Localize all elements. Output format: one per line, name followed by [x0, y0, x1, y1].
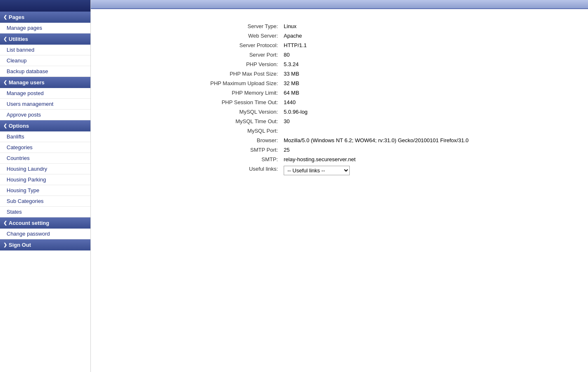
info-value — [280, 126, 472, 136]
sidebar-item-housing-laundry[interactable]: Housing Laundry — [0, 164, 90, 174]
table-row: MySQL Port: — [207, 126, 472, 136]
info-label: Web Server: — [207, 31, 280, 41]
info-value: Linux — [280, 21, 472, 31]
table-row: PHP Memory Limit:64 MB — [207, 88, 472, 98]
info-label: PHP Memory Limit: — [207, 88, 280, 98]
sidebar-item-approve-posts[interactable]: Approve posts — [0, 110, 90, 120]
section-header-utilities[interactable]: ❮ Utilities — [0, 33, 90, 45]
table-row: Web Server:Apache — [207, 31, 472, 41]
main-body: Server Type:LinuxWeb Server:ApacheServer… — [91, 9, 588, 189]
sidebar-item-manage-pages[interactable]: Manage pages — [0, 23, 90, 33]
section-header-sign-out[interactable]: ❯ Sign Out — [0, 239, 90, 250]
section-label: Manage users — [9, 79, 45, 86]
sidebar-item-users-management[interactable]: Users management — [0, 99, 90, 110]
chevron-icon: ❮ — [3, 123, 7, 129]
section-header-options[interactable]: ❮ Options — [0, 120, 90, 131]
table-row: Server Port:80 — [207, 50, 472, 60]
info-value: -- Useful links -- — [280, 164, 472, 177]
info-value: 25 — [280, 145, 472, 155]
sidebar-item-change-password[interactable]: Change password — [0, 229, 90, 239]
section-header-pages[interactable]: ❮ Pages — [0, 12, 90, 23]
section-label: Options — [9, 123, 29, 129]
main-content: Server Type:LinuxWeb Server:ApacheServer… — [91, 0, 588, 372]
info-value: 1440 — [280, 98, 472, 107]
info-label: MySQL Time Out: — [207, 117, 280, 126]
main-header — [91, 0, 588, 9]
info-value: 80 — [280, 50, 472, 60]
sidebar-item-manage-posted[interactable]: Manage posted — [0, 88, 90, 99]
sidebar-item-cleanup[interactable]: Cleanup — [0, 55, 90, 66]
info-value: 5.3.24 — [280, 60, 472, 69]
useful-links-select[interactable]: -- Useful links -- — [284, 166, 350, 175]
info-label: SMTP Port: — [207, 145, 280, 155]
sidebar-title — [0, 0, 90, 12]
sidebar-item-sub-categories[interactable]: Sub Categories — [0, 196, 90, 207]
sign-out-label: Sign Out — [9, 242, 31, 248]
sidebar-item-backup-database[interactable]: Backup database — [0, 66, 90, 77]
sidebar-item-states[interactable]: States — [0, 207, 90, 217]
table-row: PHP Version:5.3.24 — [207, 60, 472, 69]
section-header-manage-users[interactable]: ❮ Manage users — [0, 77, 90, 88]
sidebar-item-list-banned[interactable]: List banned — [0, 45, 90, 55]
sidebar-item-housing-type[interactable]: Housing Type — [0, 185, 90, 196]
table-row: MySQL Version:5.0.96-log — [207, 107, 472, 117]
info-label: Browser: — [207, 136, 280, 145]
server-info-table: Server Type:LinuxWeb Server:ApacheServer… — [207, 21, 472, 177]
section-label: Account setting — [9, 220, 49, 226]
table-row: PHP Max Post Size:33 MB — [207, 69, 472, 79]
table-row: SMTP:relay-hosting.secureserver.net — [207, 155, 472, 164]
table-row: PHP Session Time Out:1440 — [207, 98, 472, 107]
chevron-icon: ❮ — [3, 14, 7, 20]
chevron-icon: ❯ — [3, 242, 7, 248]
section-label: Utilities — [9, 36, 28, 42]
info-label: Server Port: — [207, 50, 280, 60]
info-value: 30 — [280, 117, 472, 126]
info-label: Useful links: — [207, 164, 280, 177]
info-label: PHP Maximum Upload Size: — [207, 79, 280, 88]
sidebar: ❮ PagesManage pages❮ UtilitiesList banne… — [0, 0, 91, 372]
info-value: 33 MB — [280, 69, 472, 79]
info-label: PHP Max Post Size: — [207, 69, 280, 79]
section-label: Pages — [9, 14, 24, 20]
table-row: SMTP Port:25 — [207, 145, 472, 155]
info-value: 5.0.96-log — [280, 107, 472, 117]
info-label: PHP Session Time Out: — [207, 98, 280, 107]
info-label: Server Type: — [207, 21, 280, 31]
table-row: Useful links:-- Useful links -- — [207, 164, 472, 177]
info-value: 32 MB — [280, 79, 472, 88]
info-label: MySQL Version: — [207, 107, 280, 117]
table-row: Server Protocol:HTTP/1.1 — [207, 41, 472, 50]
info-value: Apache — [280, 31, 472, 41]
chevron-icon: ❮ — [3, 220, 7, 226]
info-label: PHP Version: — [207, 60, 280, 69]
chevron-icon: ❮ — [3, 36, 7, 42]
section-header-account-setting[interactable]: ❮ Account setting — [0, 217, 90, 229]
table-row: PHP Maximum Upload Size:32 MB — [207, 79, 472, 88]
sidebar-item-banlifts[interactable]: Banlifts — [0, 131, 90, 142]
sidebar-item-housing-parking[interactable]: Housing Parking — [0, 174, 90, 185]
info-value: relay-hosting.secureserver.net — [280, 155, 472, 164]
info-label: Server Protocol: — [207, 41, 280, 50]
info-label: MySQL Port: — [207, 126, 280, 136]
chevron-icon: ❮ — [3, 80, 7, 85]
info-label: SMTP: — [207, 155, 280, 164]
sidebar-item-categories[interactable]: Categories — [0, 142, 90, 153]
sidebar-item-countries[interactable]: Countries — [0, 153, 90, 164]
info-value: Mozilla/5.0 (Windows NT 6.2; WOW64; rv:3… — [280, 136, 472, 145]
table-row: MySQL Time Out:30 — [207, 117, 472, 126]
info-value: HTTP/1.1 — [280, 41, 472, 50]
table-row: Server Type:Linux — [207, 21, 472, 31]
info-value: 64 MB — [280, 88, 472, 98]
table-row: Browser:Mozilla/5.0 (Windows NT 6.2; WOW… — [207, 136, 472, 145]
